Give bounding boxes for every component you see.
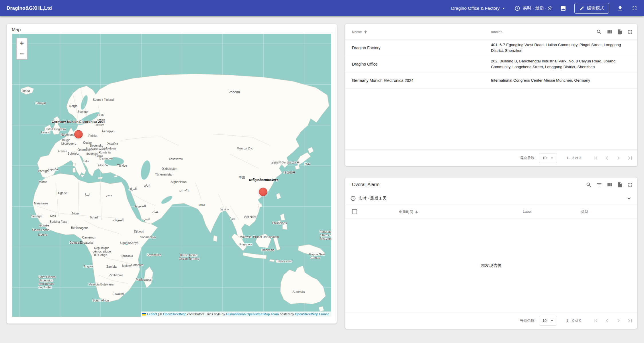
osm-link[interactable]: OpenStreetMap [163,312,186,316]
chevron-down-icon [549,155,555,161]
download-icon[interactable] [617,5,623,11]
filter-icon[interactable] [596,182,602,188]
select-all-checkbox[interactable] [352,209,357,214]
column-header-created-time[interactable]: 创建时间 [399,210,419,214]
map-marker[interactable] [259,188,267,196]
export-icon[interactable] [617,29,623,35]
fullscreen-icon[interactable] [631,5,638,11]
table-paginator: 每页条数: 10 1 – 3 of 3 [345,149,637,166]
map-attribution: Leaflet | © OpenStreetMap contributors, … [141,312,331,317]
row-address: 202, Building B, Baochengtai Industrial … [491,58,637,70]
fullscreen-icon[interactable] [627,29,633,35]
alarm-empty-state: 未发现告警 [345,219,637,312]
row-address: International Congress Center Messe Münc… [491,78,637,83]
alarm-timewindow[interactable]: 实时 - 最后 1 天 [345,192,637,205]
edit-mode-label: 编辑模式 [587,5,604,11]
locations-table-widget: Name addres Dragino Factory 401, 6-7 Ego… [345,24,637,166]
edit-mode-button[interactable]: 编辑模式 [574,3,609,14]
topbar-actions: Dragino Office & Factory 实时 - 最后 - 分 编辑模… [451,3,638,14]
leaflet-link[interactable]: Leaflet [147,312,157,316]
row-address: 401, 6-7 Egongling West Road, Liulian Co… [491,42,637,53]
right-column: Name addres Dragino Factory 401, 6-7 Ego… [345,24,637,329]
map-marker[interactable] [75,130,83,139]
app-title: Dragino&GXHL,Ltd [7,5,52,11]
table-empty-space [345,89,637,149]
column-header-label[interactable]: Label [523,210,532,214]
prev-page-button[interactable] [601,315,613,326]
column-header-type[interactable]: 类型 [581,210,588,214]
alarm-widget: Overall Alarm 实时 - 最后 1 天 创建时间 [345,178,637,329]
first-page-button[interactable] [590,315,601,326]
map[interactable]: ÍslandFøroyarNorgeSverigeSuomi / Finland… [12,34,331,317]
map-widget: Map [7,24,337,324]
table-row[interactable]: Dragino Office 202, Building B, Baocheng… [345,56,637,72]
page-size-value: 10 [543,156,547,160]
ukraine-flag-icon [142,313,146,316]
hot-link[interactable]: Humanitarian OpenStreetMap Team [226,312,279,316]
search-icon[interactable] [596,29,602,35]
table-row[interactable]: Germany Munich Electronica 2024 Internat… [345,72,637,89]
alarm-table-header: 创建时间 Label 类型 [345,205,637,219]
created-time-label: 创建时间 [399,210,413,214]
page-size-select[interactable]: 10 [539,153,557,163]
sort-asc-icon [363,30,368,34]
columns-icon[interactable] [606,29,612,35]
zoom-out-button[interactable]: − [17,49,27,59]
pencil-icon [579,6,584,11]
row-name: Dragino Factory [345,46,491,50]
clock-icon [514,5,520,11]
page-size-select[interactable]: 10 [539,316,557,326]
world-map [12,34,331,317]
page-size-label: 每页条数: [520,318,535,323]
clock-icon [350,196,356,201]
alarm-widget-title: Overall Alarm [352,182,379,187]
alarm-paginator: 每页条数: 10 1 – 0 of 0 [345,312,637,329]
zoom-in-button[interactable]: + [17,38,27,49]
timewindow-button[interactable]: 实时 - 最后 - 分 [514,5,552,11]
fullscreen-icon[interactable] [627,182,633,188]
paginator-range: 1 – 0 of 0 [566,319,581,323]
table-row[interactable]: Dragino Factory 401, 6-7 Egongling West … [345,40,637,56]
dashboard-state-label: Dragino Office & Factory [451,6,500,11]
last-page-button[interactable] [624,152,636,164]
page-size-value: 10 [543,319,547,323]
map-widget-title: Map [7,24,337,34]
dashboard-content: Map [0,16,644,329]
paginator-range: 1 – 3 of 3 [566,156,581,160]
prev-page-button[interactable] [601,152,613,164]
timewindow-label: 实时 - 最后 - 分 [523,5,552,11]
column-name-label: Name [352,30,362,34]
columns-icon[interactable] [606,182,612,188]
topbar: Dragino&GXHL,Ltd Dragino Office & Factor… [0,0,644,16]
attribution-text: contributors, Tiles style by [186,312,226,316]
page-size-label: 每页条数: [520,155,535,160]
alarm-timewindow-label: 实时 - 最后 1 天 [359,196,387,201]
first-page-button[interactable] [590,152,601,164]
map-zoom-control: + − [16,38,28,60]
attribution-text: hosted by [279,312,295,316]
column-header-addres[interactable]: addres [491,30,596,34]
dashboard-state-select[interactable]: Dragino Office & Factory [451,5,506,11]
row-name: Germany Munich Electronica 2024 [345,78,491,83]
export-icon[interactable] [617,182,623,188]
column-header-name[interactable]: Name [345,30,491,34]
next-page-button[interactable] [613,315,624,326]
table-header-row: Name addres [345,24,637,40]
chevron-down-icon [501,5,506,11]
osmfr-link[interactable]: OpenStreetMap France [295,312,329,316]
row-name: Dragino Office [345,62,491,66]
alarm-header: Overall Alarm [345,178,637,192]
attribution-text: | © [157,312,163,316]
no-alarms-text: 未发现告警 [481,263,502,268]
chevron-down-icon[interactable] [626,195,632,202]
image-icon[interactable] [560,5,566,11]
chevron-down-icon [549,318,555,323]
search-icon[interactable] [586,182,592,188]
table-actions [596,29,637,35]
last-page-button[interactable] [624,315,636,326]
alarm-actions [586,182,633,188]
sort-desc-icon [414,210,419,214]
next-page-button[interactable] [613,152,624,164]
